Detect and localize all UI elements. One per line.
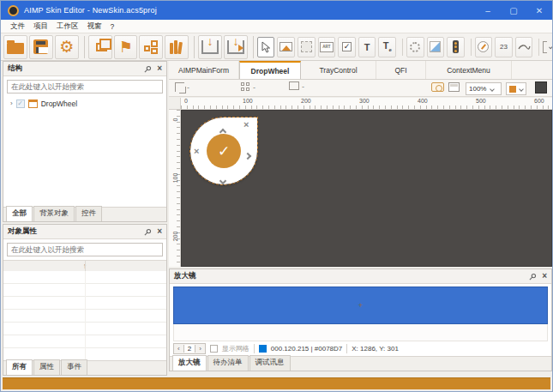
dropwheel-control[interactable]: ✓ × × bbox=[190, 118, 257, 184]
minimize-button[interactable]: – bbox=[475, 1, 501, 20]
wheel-close-icon[interactable]: × bbox=[243, 120, 249, 130]
widgets-button[interactable] bbox=[139, 35, 163, 59]
stepper-prev-button[interactable]: ‹ bbox=[174, 345, 183, 353]
doc-tab-aimpmainform[interactable]: AIMPMainForm bbox=[169, 61, 239, 79]
wheel-up-chevron-icon[interactable] bbox=[220, 123, 225, 138]
import-run-button[interactable]: ↓ bbox=[224, 35, 248, 59]
properties-search-input[interactable] bbox=[8, 245, 162, 254]
tool-checkbox-button[interactable]: ✓ bbox=[338, 37, 356, 57]
show-grid-checkbox[interactable] bbox=[210, 345, 218, 353]
design-canvas[interactable]: ✓ × × bbox=[181, 110, 552, 267]
ruler-label: 0 bbox=[172, 114, 178, 126]
close-icon[interactable]: × bbox=[157, 227, 162, 236]
tool-compass-button[interactable] bbox=[475, 37, 493, 57]
stepper-next-button[interactable]: › bbox=[195, 345, 205, 353]
tree-node-dropwheel[interactable]: › ✓ DropWheel bbox=[3, 97, 166, 110]
import-button[interactable]: ↓ bbox=[198, 35, 222, 59]
grid-option-dropdown[interactable]: - bbox=[241, 82, 255, 92]
dropdown-dash: - bbox=[187, 83, 189, 92]
tool-text-button[interactable]: T bbox=[358, 37, 376, 57]
crop-option-dropdown[interactable]: - bbox=[175, 82, 189, 92]
canvas-toolbar: - - - 100% bbox=[169, 80, 552, 97]
tool-formatted-text-button[interactable]: Te bbox=[378, 37, 396, 57]
close-button[interactable]: ✕ bbox=[526, 1, 552, 20]
tab-properties[interactable]: 属性 bbox=[33, 359, 60, 375]
separator bbox=[346, 344, 347, 353]
tab-all[interactable]: 全部 bbox=[6, 206, 33, 221]
pin-icon[interactable] bbox=[529, 273, 537, 280]
pin-icon[interactable] bbox=[144, 65, 152, 73]
toolbar-separator bbox=[84, 36, 85, 58]
open-project-button[interactable] bbox=[3, 35, 27, 59]
tab-debug-messages[interactable]: 调试讯息 bbox=[249, 355, 291, 371]
zoom-select[interactable]: 100% bbox=[466, 82, 502, 95]
maximize-button[interactable]: ▢ bbox=[501, 1, 526, 20]
menu-workspace[interactable]: 工作区 bbox=[52, 21, 83, 32]
pin-icon[interactable] bbox=[144, 228, 152, 236]
cursor-icon bbox=[261, 41, 271, 53]
tool-region-button[interactable] bbox=[298, 37, 316, 57]
ruler-label: 200 bbox=[301, 98, 311, 104]
tab-magnifier[interactable]: 放大镜 bbox=[172, 355, 207, 371]
forms-icon bbox=[96, 43, 107, 51]
horizontal-ruler: 0 100 200 300 400 500 600 bbox=[181, 98, 552, 110]
doc-tab-traycontrol[interactable]: TrayControl bbox=[301, 61, 376, 79]
menu-project[interactable]: 项目 bbox=[29, 21, 52, 32]
menu-window[interactable]: 视窗 bbox=[83, 21, 106, 32]
tool-curve-button[interactable] bbox=[515, 37, 533, 57]
tab-background-objects[interactable]: 背景对象 bbox=[33, 206, 75, 221]
doc-tab-dropwheel[interactable]: DropWheel bbox=[239, 61, 301, 79]
crop-icon bbox=[175, 82, 184, 92]
library-button[interactable] bbox=[165, 35, 189, 59]
tab-all-props[interactable]: 所有 bbox=[6, 359, 33, 375]
zoom-stepper: ‹ 2 › bbox=[173, 343, 206, 354]
settings-button[interactable]: ⚙ bbox=[55, 35, 79, 59]
properties-tabs: 所有 属性 事件 bbox=[3, 360, 166, 375]
main-toolbar: ⚙ ⚑ ↓ ↓ ART ✓ T Te 23 bbox=[1, 33, 552, 61]
properties-grid-header[interactable]: ↑ bbox=[3, 260, 166, 272]
forms-button[interactable] bbox=[88, 35, 112, 59]
menu-help[interactable]: ? bbox=[106, 22, 119, 31]
node-checkbox[interactable]: ✓ bbox=[16, 100, 25, 108]
save-project-button[interactable] bbox=[29, 35, 53, 59]
magnifier-view[interactable]: + bbox=[173, 286, 548, 324]
title-bar: AIMP Skin Editor - NewSkin.acs5proj – ▢ … bbox=[1, 1, 552, 20]
tab-events[interactable]: 事件 bbox=[61, 359, 87, 375]
layers-option-dropdown[interactable]: - bbox=[291, 82, 304, 91]
ruler-label: 600 bbox=[534, 98, 544, 104]
wheel-down-chevron-icon[interactable] bbox=[220, 172, 225, 187]
tool-spinner-button[interactable] bbox=[406, 37, 424, 57]
preview-window-button[interactable] bbox=[448, 82, 460, 92]
wheel-check-button[interactable]: ✓ bbox=[207, 134, 241, 168]
tool-image-button[interactable] bbox=[277, 37, 295, 57]
close-icon[interactable]: × bbox=[157, 64, 162, 73]
expand-arrow-icon[interactable]: › bbox=[10, 100, 13, 107]
wheel-right-chevron-icon[interactable] bbox=[245, 147, 250, 162]
wheel-shuffle-icon[interactable]: × bbox=[194, 147, 199, 156]
doc-tab-contextmenu[interactable]: ContextMenu bbox=[426, 61, 512, 79]
structure-search-input[interactable] bbox=[8, 82, 162, 91]
tool-trafficlight-button[interactable] bbox=[447, 37, 465, 57]
menu-file[interactable]: 文件 bbox=[6, 21, 29, 32]
flag-button[interactable]: ⚑ bbox=[114, 35, 138, 59]
tool-counter-button[interactable]: 23 bbox=[495, 37, 513, 57]
editor-pane: AIMPMainForm DropWheel TrayControl QFI C… bbox=[169, 61, 552, 377]
close-icon[interactable]: × bbox=[542, 272, 547, 280]
screenshot-button[interactable] bbox=[431, 82, 444, 92]
layers-icon bbox=[291, 83, 299, 90]
tool-select-button[interactable] bbox=[257, 37, 275, 57]
save-icon bbox=[33, 39, 48, 54]
app-logo-icon bbox=[8, 5, 19, 16]
gear-icon: ⚙ bbox=[59, 39, 74, 55]
tab-controls[interactable]: 控件 bbox=[75, 206, 102, 221]
overflow-chevron-icon[interactable] bbox=[549, 45, 553, 49]
tool-gradient-button[interactable] bbox=[427, 37, 445, 57]
doc-tab-qfi[interactable]: QFI bbox=[376, 61, 426, 79]
separator bbox=[254, 344, 255, 353]
tab-todo-list[interactable]: 待办清单 bbox=[207, 355, 249, 371]
canvas-color-swatch[interactable] bbox=[535, 81, 547, 93]
compass-icon bbox=[478, 41, 489, 52]
color-select[interactable] bbox=[506, 82, 526, 95]
tool-artwork-button[interactable]: ART bbox=[318, 37, 336, 57]
ruler-label: 300 bbox=[359, 98, 370, 104]
